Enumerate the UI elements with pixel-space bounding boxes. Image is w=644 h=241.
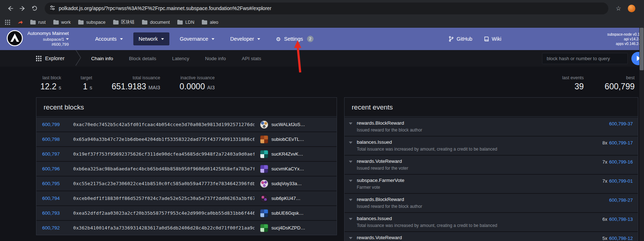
- site-info-icon[interactable]: [50, 5, 55, 12]
- chain-selector[interactable]: Autonomys Mainnet subspace/1 #600,799: [27, 31, 69, 48]
- block-number-link[interactable]: 600,794: [42, 196, 73, 201]
- expander-caret-icon[interactable]: [349, 197, 357, 201]
- menu-governance[interactable]: Governance: [174, 32, 220, 45]
- apps-grid-icon[interactable]: [5, 20, 10, 25]
- bookmark-folder-work[interactable]: work: [53, 20, 71, 25]
- block-number-link[interactable]: 600,796: [42, 166, 73, 171]
- back-icon[interactable]: [4, 3, 16, 14]
- block-number-link[interactable]: 600,792: [42, 225, 73, 231]
- block-search: [542, 50, 643, 67]
- summary-stats: last block 12.2s target 1s total issuanc…: [0, 67, 644, 97]
- account-name: sudqVoy33a…: [271, 181, 302, 186]
- event-name: balances.Issued: [357, 216, 597, 221]
- bookmark-label: 区块链: [121, 19, 135, 25]
- list-item: rewards.VoteRewardIssued reward for the …: [345, 155, 638, 174]
- browser-toolbar: polkadot.js.org/apps/?rpc=wss%3A%2F%2Frp…: [0, 0, 644, 17]
- block-hash: 0x362b410014fa3a73369314283617a0d56db240…: [73, 225, 254, 231]
- main-menu: Accounts Network Governance Developer ⚙S…: [90, 32, 319, 46]
- table-row: 600,797 0x19ef37f753f95692375626cf311de9…: [36, 146, 337, 161]
- refresh-icon[interactable]: [29, 3, 40, 14]
- table-row: 600,795 0xc55e2175ac23e7306022ce41b8510c…: [36, 176, 337, 191]
- settings-badge: 2: [307, 36, 314, 42]
- event-block-link[interactable]: 600,799-01: [609, 178, 633, 184]
- menu-network[interactable]: Network: [133, 32, 169, 45]
- github-link[interactable]: GitHub: [449, 36, 472, 42]
- event-block-link[interactable]: 600,798-13: [609, 217, 633, 222]
- bookmark-arrow-favicon[interactable]: [18, 20, 23, 25]
- event-block-link[interactable]: 600,798-27: [609, 197, 633, 203]
- block-author[interactable]: subiobCEvTL…: [260, 135, 331, 143]
- bookmarks-bar: rust work subspace 区块链 document LDN aleo: [0, 17, 644, 28]
- bookmark-label: rust: [38, 20, 46, 25]
- block-author[interactable]: sucKR4ZvvK…: [260, 150, 331, 158]
- scrollbar-thumb[interactable]: [640, 28, 644, 70]
- block-author[interactable]: sub6pKU47…: [260, 195, 331, 202]
- apps-version: apps v0.146.2-: [616, 41, 640, 46]
- tab-chain-info[interactable]: Chain info: [91, 56, 113, 61]
- bookmark-folder-ldn[interactable]: LDN: [177, 20, 194, 25]
- page-scrollbar[interactable]: [639, 28, 644, 241]
- tab-node-info[interactable]: Node info: [205, 56, 226, 61]
- bookmark-star-icon[interactable]: ☆: [613, 3, 624, 14]
- block-author[interactable]: subUE6Gqsk…: [260, 209, 331, 217]
- account-name: sub6pKU47…: [271, 196, 301, 201]
- block-search-input[interactable]: [542, 53, 628, 64]
- block-hash: 0xb6ea325ac98ba6aedafec4bcb65bd48b858b95…: [73, 166, 254, 171]
- expander-caret-icon[interactable]: [349, 120, 357, 125]
- tab-api-stats[interactable]: API stats: [242, 56, 261, 61]
- tab-block-details[interactable]: Block details: [129, 56, 156, 61]
- menu-accounts[interactable]: Accounts: [90, 32, 128, 45]
- event-name: balances.Issued: [357, 139, 597, 145]
- block-author[interactable]: sucj4DsKZPD…: [260, 224, 331, 232]
- recent-events-title: recent events: [345, 98, 638, 117]
- account-identicon: [260, 165, 268, 173]
- node-version: subspace-node v0.1: [607, 32, 640, 37]
- block-author[interactable]: sudqVoy33a…: [260, 180, 331, 188]
- block-number-link[interactable]: 600,798: [42, 137, 73, 142]
- account-name: subUE6Gqsk…: [271, 210, 304, 216]
- stat-target: target 1s: [81, 75, 92, 92]
- block-author[interactable]: sucWALkfJoS…: [260, 121, 331, 129]
- block-number-link[interactable]: 600,797: [42, 151, 73, 157]
- grid-icon: [36, 56, 41, 61]
- menu-developer[interactable]: Developer: [225, 32, 266, 45]
- stat-inactive-issuance: inactive issuance 0.0000AI3: [179, 75, 214, 92]
- autonomys-logo[interactable]: [6, 30, 23, 48]
- book-icon: [484, 36, 489, 42]
- event-block-link[interactable]: 600,798-12: [609, 236, 633, 241]
- account-identicon: [260, 224, 268, 232]
- block-number-link[interactable]: 600,799: [42, 122, 73, 127]
- stat-total-issuance: total issuance 651.9183MAI3: [112, 75, 160, 92]
- menu-settings[interactable]: ⚙Settings2: [271, 32, 319, 46]
- expander-caret-icon[interactable]: [349, 216, 357, 220]
- bookmark-folder-subspace[interactable]: subspace: [78, 20, 106, 25]
- tab-latency[interactable]: Latency: [172, 56, 189, 61]
- bookmark-folder-document[interactable]: document: [142, 20, 170, 25]
- expander-caret-icon[interactable]: [349, 159, 357, 163]
- expander-caret-icon[interactable]: [349, 235, 357, 239]
- event-name: rewards.VoteReward: [357, 235, 597, 240]
- address-bar[interactable]: polkadot.js.org/apps/?rpc=wss%3A%2F%2Frp…: [45, 3, 608, 14]
- extension-icon[interactable]: [628, 5, 635, 12]
- list-item: balances.IssuedTotal issuance was increa…: [345, 212, 638, 231]
- event-block-link[interactable]: 600,799-16: [609, 159, 633, 165]
- recent-events-panel: recent events rewards.BlockRewardIssued …: [344, 97, 638, 241]
- block-number-link[interactable]: 600,793: [42, 210, 73, 216]
- event-description: Total issuance was increased by amount, …: [357, 223, 597, 228]
- bookmark-folder-blockchain[interactable]: 区块链: [113, 19, 135, 25]
- event-block-link[interactable]: 600,799-17: [609, 140, 633, 146]
- chain-name: Autonomys Mainnet: [27, 31, 69, 37]
- bookmark-folder-aleo[interactable]: aleo: [202, 20, 218, 25]
- forward-icon[interactable]: [17, 3, 28, 14]
- block-number-link[interactable]: 600,795: [42, 181, 73, 186]
- wiki-link[interactable]: Wiki: [484, 36, 501, 42]
- block-author[interactable]: sucvmKaCYx…: [260, 165, 331, 173]
- expander-caret-icon[interactable]: [349, 178, 357, 182]
- bookmark-folder-rust[interactable]: rust: [30, 20, 46, 25]
- block-hash: 0xc55e2175ac23e7306022ce41b8510c0fc585a0…: [73, 181, 254, 186]
- block-hash: 0x65a940a33b47c72e1b6dbee4204db1f5335832…: [73, 137, 254, 142]
- event-count: 7x: [602, 159, 607, 165]
- expander-caret-icon[interactable]: [349, 139, 357, 144]
- event-block-link[interactable]: 600,799-37: [609, 121, 633, 126]
- block-hash: 0xceb0edf1f18830ff86d5257f024c7ade52e525…: [73, 196, 254, 201]
